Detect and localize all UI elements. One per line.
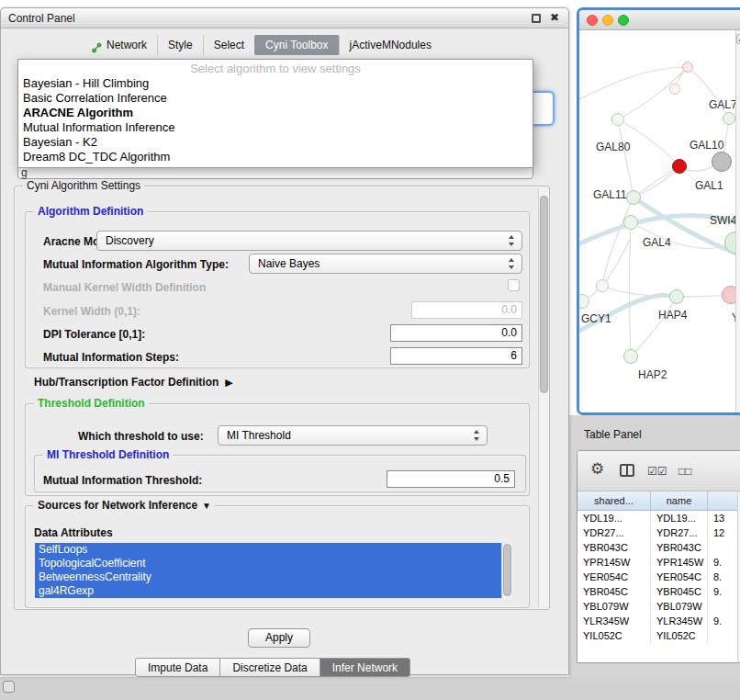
desktop: Control Panel ✖ NetworkStyleSelectCyni T… (0, 0, 740, 700)
which-threshold-value: MI Threshold (227, 429, 291, 442)
table-cell: 9. (708, 584, 737, 599)
network-node[interactable] (611, 113, 624, 126)
table-cell: 12 (708, 525, 737, 540)
algorithm-option[interactable]: Dream8 DC_TDC Algorithm (18, 150, 533, 164)
network-node[interactable] (623, 349, 638, 364)
tab-label: Select (214, 35, 244, 55)
collapsed-panel-icon[interactable] (3, 681, 15, 693)
sources-title: Sources for Network Inference (38, 499, 197, 512)
table-panel-label: Table Panel (584, 428, 642, 441)
table-row[interactable]: YBR043CYBR043C (577, 540, 737, 555)
table-row[interactable]: YIL052CYIL052C (577, 628, 737, 643)
data-attribute-item[interactable]: gal4RGexp (35, 584, 501, 598)
which-threshold-select[interactable]: MI Threshold (218, 425, 488, 446)
algorithm-option[interactable]: Basic Correlation Inference (18, 91, 533, 106)
table-cell: YDR27... (577, 525, 651, 540)
settings-scrollbar-thumb[interactable] (540, 196, 548, 393)
network-node[interactable] (669, 84, 680, 95)
network-node-label: GAL1 (695, 179, 723, 192)
network-node[interactable] (682, 62, 693, 73)
mi-steps-input[interactable]: 6 (390, 347, 522, 365)
table-cell: YIL052C (577, 628, 651, 643)
data-attribute-item[interactable]: BetweennessCentrality (35, 570, 501, 584)
column-header[interactable] (708, 491, 737, 510)
table-row[interactable]: YLR345WYLR345W9. (577, 614, 737, 628)
kernel-width-input[interactable]: 0.0 (411, 301, 522, 319)
network-scrollbar[interactable]: ▲ (735, 30, 740, 412)
table-row[interactable]: YDR27...YDR27...12 (577, 525, 737, 540)
tab-cyni-toolbox[interactable]: Cyni Toolbox (254, 35, 338, 55)
data-attribute-item[interactable]: TopologicalCoefficient (35, 557, 501, 570)
manual-kernel-width-label: Manual Kernel Width Definition (43, 281, 206, 294)
zoom-traffic-light[interactable] (618, 15, 629, 26)
tab-network[interactable]: Network (82, 35, 157, 55)
network-node[interactable] (626, 190, 641, 205)
sources-section-toggle[interactable]: Sources for Network Inference▼ (34, 499, 215, 512)
table-cell: YPR145W (651, 555, 708, 570)
mi-algorithm-type-select[interactable]: Naive Bayes (249, 254, 522, 274)
control-panel-tab-bar: NetworkStyleSelectCyni ToolboxjActiveMNo… (82, 35, 442, 55)
mi-threshold-input[interactable]: 0.5 (387, 470, 515, 488)
bottom-tab-infer-network[interactable]: Infer Network (320, 658, 410, 677)
table-cell (708, 628, 737, 643)
bottom-tab-impute-data[interactable]: Impute Data (135, 658, 220, 677)
network-node[interactable] (712, 152, 732, 172)
gear-icon[interactable]: ⚙ (590, 459, 604, 479)
algorithm-option[interactable]: Mutual Information Inference (18, 120, 533, 135)
column-header[interactable]: name (651, 491, 708, 510)
column-header[interactable]: shared... (577, 491, 651, 510)
mi-steps-label: Mutual Information Steps: (43, 351, 179, 364)
close-window-icon[interactable]: ✖ (550, 11, 559, 24)
table-row[interactable]: YBR045CYBR045C9. (577, 584, 737, 599)
close-traffic-light[interactable] (587, 15, 598, 26)
columns-icon[interactable] (620, 464, 634, 477)
minimize-traffic-light[interactable] (602, 15, 613, 26)
apply-button[interactable]: Apply (248, 628, 310, 648)
data-attribute-item[interactable]: SelfLoops (35, 543, 501, 557)
bottom-dock-strip (0, 677, 740, 700)
network-window-titlebar[interactable] (579, 10, 740, 30)
table-cell: YDR27... (651, 525, 708, 540)
hub-section-toggle[interactable]: Hub/Transcription Factor Definition▶ (34, 376, 233, 389)
network-node[interactable] (623, 215, 638, 230)
dpi-tolerance-input[interactable]: 0.0 (390, 324, 522, 342)
combo-arrows-icon (508, 258, 516, 269)
deselect-all-columns-icon[interactable]: □□ (678, 465, 692, 478)
table-cell: YER054C (651, 570, 708, 584)
network-node-label: GAL10 (690, 139, 723, 152)
network-node[interactable] (723, 112, 735, 125)
network-canvas[interactable]: GAL7GAL80GAL10GAL11GAL1SWI4GAL4GCY1HAP4Y… (579, 30, 740, 412)
algorithm-option[interactable]: ARACNE Algorithm (18, 106, 533, 120)
network-node[interactable] (669, 289, 684, 304)
tab-select[interactable]: Select (203, 35, 254, 55)
network-node-label: HAP2 (638, 368, 667, 381)
table-row[interactable]: YPR145WYPR145W9. (577, 555, 737, 570)
algorithm-option[interactable]: Bayesian - Hill Climbing (18, 76, 533, 91)
table-row[interactable]: YDL19...YDL19...13 (577, 511, 737, 525)
algorithm-dropdown-list[interactable]: Select algorithm to view settings Bayesi… (17, 59, 533, 168)
table-cell: YPR145W (577, 555, 651, 570)
select-all-columns-icon[interactable]: ☑☑ (647, 465, 667, 478)
tab-label: jActiveMNodules (350, 35, 432, 55)
control-panel-titlebar[interactable]: Control Panel ✖ (1, 8, 568, 28)
network-node[interactable] (672, 159, 687, 174)
network-node[interactable] (596, 279, 609, 292)
manual-kernel-width-checkbox[interactable] (508, 279, 520, 291)
table-cell: 9. (708, 614, 737, 628)
algorithm-option[interactable]: Bayesian - K2 (18, 135, 533, 150)
table-row[interactable]: YER054CYER054C8. (577, 570, 737, 584)
aracne-mode-select[interactable]: Discovery (96, 231, 522, 251)
settings-scrollbar[interactable] (538, 188, 549, 607)
tab-label: Cyni Toolbox (265, 35, 328, 55)
float-window-icon[interactable] (532, 14, 541, 23)
table-row[interactable]: YBL079WYBL079W (577, 599, 737, 614)
attributes-scrollbar[interactable] (501, 543, 512, 599)
combo-arrows-icon (473, 430, 481, 441)
bottom-tab-discretize-data[interactable]: Discretize Data (219, 658, 320, 677)
table-cell: 13 (708, 511, 737, 525)
attributes-scrollbar-thumb[interactable] (503, 544, 511, 596)
tab-jactivemnodules[interactable]: jActiveMNodules (339, 35, 442, 55)
scrollbar-up-button[interactable]: ▲ (736, 34, 740, 44)
tab-style[interactable]: Style (157, 35, 203, 55)
combo-arrows-icon (508, 235, 516, 246)
